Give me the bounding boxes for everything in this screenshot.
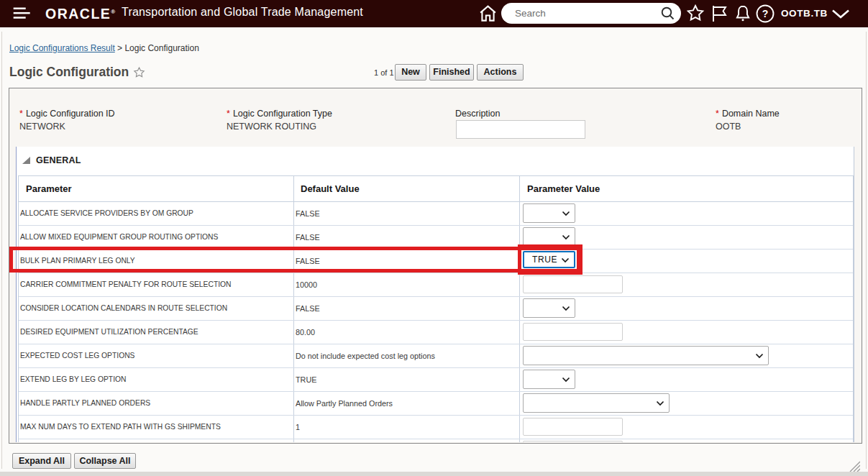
- svg-text:?: ?: [762, 8, 769, 19]
